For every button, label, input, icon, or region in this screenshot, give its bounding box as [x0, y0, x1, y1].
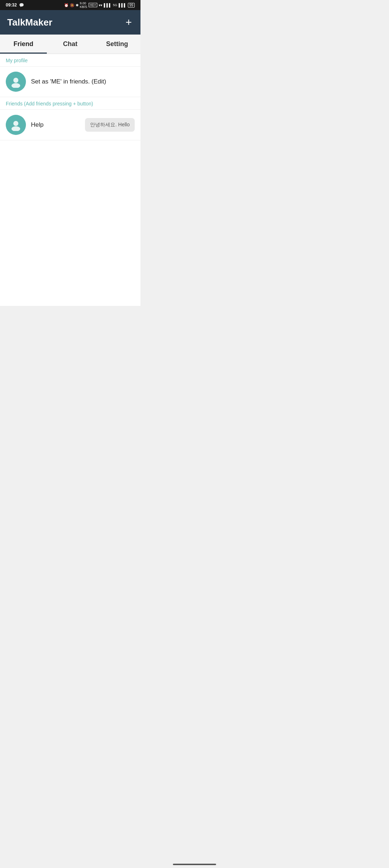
friend-person-icon [10, 119, 22, 131]
tab-setting[interactable]: Setting [94, 35, 140, 54]
svg-point-3 [12, 126, 20, 131]
status-left: 09:32 💬 [6, 3, 24, 8]
mute-icon: 🔕 [70, 3, 74, 7]
chat-icon-status: 💬 [19, 3, 24, 8]
svg-point-2 [13, 121, 18, 126]
signal-5g-2: 5G [113, 3, 117, 7]
my-profile-avatar [6, 72, 26, 92]
app-header: TalkMaker + [0, 10, 140, 35]
friend-message-help: 안녕하세요. Hello [85, 118, 135, 132]
friends-header: Friends (Add friends pressing + button) [0, 97, 140, 110]
status-bar: 09:32 💬 ⏰ 🔕 ✱ 9.00KB/S HD+ ▾▾ ▌▌▌ 5G ▌▌▌… [0, 0, 140, 10]
my-profile-row[interactable]: Set as 'ME' in friends. (Edit) [0, 67, 140, 97]
svg-point-1 [12, 83, 20, 88]
battery-icon: 99 [128, 3, 135, 8]
tab-chat[interactable]: Chat [47, 35, 94, 54]
my-profile-header: My profile [0, 54, 140, 67]
friend-name-help: Help [31, 121, 85, 128]
alarm-icon: ⏰ [64, 3, 68, 7]
tab-friend[interactable]: Friend [0, 35, 47, 54]
status-time: 09:32 [6, 3, 17, 8]
add-button[interactable]: + [124, 17, 133, 28]
wifi-icon: ▾▾ [99, 3, 102, 7]
network-speed: 9.00KB/S [80, 1, 88, 9]
content-area: My profile Set as 'ME' in friends. (Edit… [0, 54, 140, 306]
status-icons: ⏰ 🔕 ✱ 9.00KB/S HD+ ▾▾ ▌▌▌ 5G ▌▌▌ 99 [64, 1, 135, 9]
signal-5g: ▌▌▌ [104, 3, 111, 7]
app-title: TalkMaker [7, 17, 52, 28]
friend-avatar-help [6, 115, 26, 135]
svg-point-0 [13, 78, 18, 83]
hd-icon: HD+ [89, 3, 97, 7]
signal-bars: ▌▌▌ [119, 3, 126, 7]
my-profile-text: Set as 'ME' in friends. (Edit) [31, 78, 106, 85]
person-icon [10, 76, 22, 88]
bluetooth-icon: ✱ [76, 3, 79, 7]
tab-bar: Friend Chat Setting [0, 35, 140, 54]
friend-item-help[interactable]: Help 안녕하세요. Hello [0, 110, 140, 140]
